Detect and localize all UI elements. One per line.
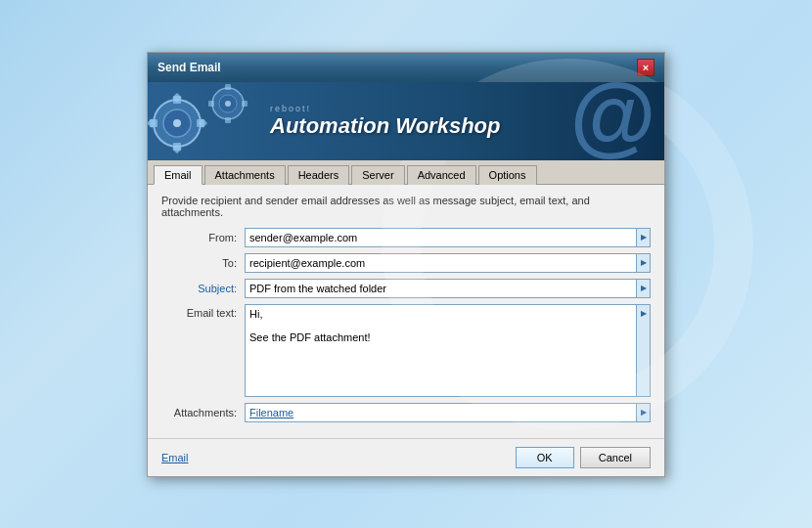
subject-row: Subject: ▶ (161, 279, 651, 298)
svg-rect-16 (208, 101, 214, 107)
svg-rect-17 (242, 101, 248, 107)
banner: reboot! Automation Workshop @ (148, 82, 664, 160)
subject-label: Subject: (161, 283, 245, 294)
subject-input-wrapper: ▶ (245, 279, 651, 298)
email-text-row: Email text: Hi, See the PDF attachment! … (161, 304, 651, 397)
attachments-input-wrapper: Filename ▶ (245, 403, 651, 422)
subject-input[interactable] (245, 279, 637, 298)
svg-rect-14 (225, 84, 231, 90)
tabs-bar: Email Attachments Headers Server Advance… (148, 160, 664, 185)
cancel-button[interactable]: Cancel (580, 447, 651, 468)
from-arrow-button[interactable]: ▶ (637, 228, 651, 247)
svg-point-13 (225, 101, 231, 107)
footer-buttons: OK Cancel (516, 447, 651, 468)
tab-headers[interactable]: Headers (288, 165, 350, 185)
from-input[interactable] (245, 228, 637, 247)
attachments-row: Attachments: Filename ▶ (161, 403, 651, 422)
gears-icon (148, 82, 265, 160)
ok-button[interactable]: OK (516, 447, 574, 468)
tab-server[interactable]: Server (351, 165, 404, 185)
attachments-label: Attachments: (161, 407, 245, 418)
to-arrow-button[interactable]: ▶ (637, 253, 651, 273)
email-text-arrow-button[interactable]: ▶ (637, 304, 651, 397)
tab-attachments[interactable]: Attachments (204, 165, 286, 185)
content-area: Provide recipient and sender email addre… (148, 185, 664, 438)
dialog-title: Send Email (158, 61, 221, 74)
at-symbol: @ (568, 82, 654, 160)
from-label: From: (161, 232, 245, 243)
email-text-input[interactable]: Hi, See the PDF attachment! (245, 304, 637, 397)
tab-options[interactable]: Options (478, 165, 537, 185)
close-button[interactable]: × (637, 59, 654, 76)
filename-link[interactable]: Filename (249, 407, 293, 418)
svg-point-2 (173, 119, 181, 127)
to-input[interactable] (245, 253, 637, 273)
from-input-wrapper: ▶ (245, 228, 651, 247)
description-text: Provide recipient and sender email addre… (161, 195, 651, 218)
to-row: To: ▶ (161, 253, 651, 273)
from-row: From: ▶ (161, 228, 651, 247)
email-text-label: Email text: (161, 304, 245, 319)
to-label: To: (161, 257, 245, 269)
send-email-dialog: Send Email × (147, 52, 665, 477)
footer-email-link[interactable]: Email (161, 452, 189, 463)
banner-gears (148, 82, 265, 160)
attachments-arrow-button[interactable]: ▶ (637, 403, 651, 422)
tab-advanced[interactable]: Advanced (407, 165, 476, 185)
footer: Email OK Cancel (148, 438, 664, 476)
subject-arrow-button[interactable]: ▶ (637, 279, 651, 298)
to-input-wrapper: ▶ (245, 253, 651, 273)
title-bar: Send Email × (148, 53, 664, 82)
svg-rect-15 (225, 117, 231, 123)
email-text-wrapper: Hi, See the PDF attachment! ▶ (245, 304, 651, 397)
tab-email[interactable]: Email (154, 165, 203, 185)
